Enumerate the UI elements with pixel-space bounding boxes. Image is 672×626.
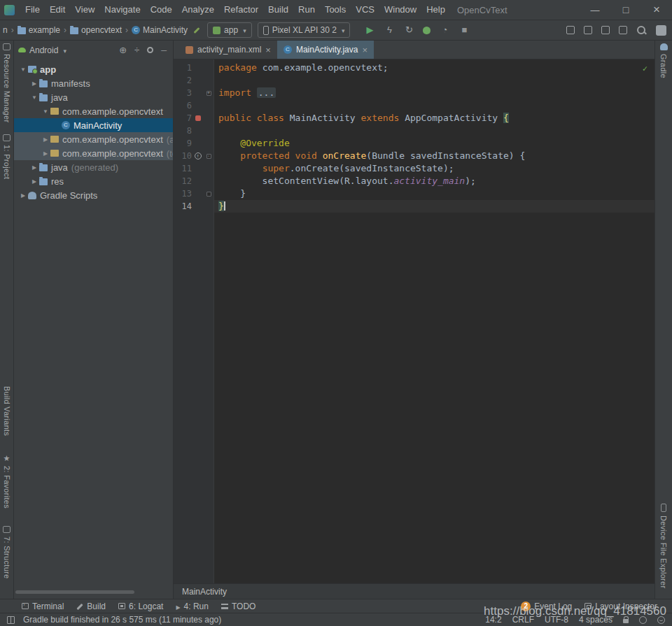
maximize-button[interactable] (610, 0, 641, 20)
stripe-favorites[interactable]: 2: Favorites (0, 455, 13, 508)
menu-tools[interactable]: Tools (320, 0, 351, 20)
apply-code-changes-icon[interactable] (403, 24, 414, 36)
toolwindow-button-todo[interactable]: TODO (215, 599, 262, 613)
gutter-cell[interactable]: 14 (174, 200, 214, 213)
menu-vcs[interactable]: VCS (351, 0, 379, 20)
chevron-down-icon[interactable] (62, 45, 66, 55)
run-button[interactable] (364, 24, 375, 36)
readonly-lock-icon[interactable] (623, 619, 629, 623)
module-selector[interactable]: app (207, 22, 252, 38)
breadcrumb-item-n[interactable]: n (1, 24, 9, 36)
tree-item-java-generated[interactable]: java(generated) (14, 160, 173, 174)
editor-breadcrumb[interactable]: MainActivity (182, 587, 227, 597)
code-line-1[interactable]: 1package com.example.opencvtext; (174, 62, 654, 74)
gutter-cell[interactable]: 3 (174, 87, 214, 99)
code-editor[interactable]: 1package com.example.opencvtext;23import… (174, 59, 654, 583)
menu-window[interactable]: Window (379, 0, 421, 20)
tree-item-com-example-opencvtext-2[interactable]: com.example.opencvtext (14, 104, 173, 118)
search-everywhere-icon[interactable] (636, 25, 647, 36)
menu-refactor[interactable]: Refactor (219, 0, 263, 20)
toolwindow-switcher-icon[interactable] (7, 616, 15, 624)
code-line-3[interactable]: 3import ... (174, 87, 654, 99)
code-line-2[interactable]: 2 (174, 74, 654, 87)
toolwindow-button-6-logcat[interactable]: 6: Logcat (112, 599, 169, 613)
inspections-ok-icon[interactable] (643, 62, 648, 75)
fold-marker-minus-icon[interactable] (204, 154, 214, 159)
stop-button[interactable] (458, 24, 470, 36)
breadcrumb-item-opencvtext[interactable]: opencvtext (69, 24, 123, 36)
gutter-cell[interactable]: 9 (174, 137, 214, 150)
tree-down-arrow-icon[interactable] (41, 108, 50, 115)
fold-marker-end-icon[interactable] (204, 192, 214, 197)
menu-build[interactable]: Build (263, 0, 293, 20)
toolwindow-button-build[interactable]: Build (70, 599, 112, 613)
tree-right-arrow-icon[interactable] (29, 80, 39, 87)
code-line-7[interactable]: 7public class MainActivity extends AppCo… (174, 112, 654, 125)
gutter-cell[interactable]: 13 (174, 187, 214, 200)
menu-view[interactable]: View (70, 0, 99, 20)
menu-edit[interactable]: Edit (45, 0, 70, 20)
run-config-wrench-icon[interactable] (194, 27, 200, 33)
gutter-cell[interactable]: 12 (174, 175, 214, 187)
tree-down-arrow-icon[interactable] (18, 66, 28, 73)
menu-analyze[interactable]: Analyze (177, 0, 219, 20)
close-tab-icon[interactable] (265, 45, 271, 55)
stripe-build-variants[interactable]: Build Variants (0, 386, 13, 436)
gutter-cell[interactable]: 8 (174, 125, 214, 137)
gutter-cell[interactable]: 7 (174, 112, 214, 125)
toolwindow-button-4-run[interactable]: 4: Run (169, 599, 215, 613)
gutter-cell[interactable]: 11 (174, 162, 214, 175)
settings-gear-icon[interactable] (147, 47, 153, 53)
tree-item-mainactivity-3[interactable]: MainActivity (14, 118, 173, 132)
sync-project-icon[interactable] (566, 26, 575, 34)
status-message[interactable]: Gradle build finished in 26 s 575 ms (11… (23, 615, 221, 625)
apply-changes-icon[interactable] (384, 24, 395, 36)
code-line-9[interactable]: 9 @Override (174, 137, 654, 150)
profile-avatar[interactable] (656, 25, 666, 36)
tree-item-java-1[interactable]: java (14, 90, 173, 104)
menu-navigate[interactable]: Navigate (99, 0, 145, 20)
code-line-12[interactable]: 12 setContentView(R.layout.activity_main… (174, 175, 654, 187)
tree-right-arrow-icon[interactable] (41, 150, 50, 157)
horizontal-scrollbar[interactable] (15, 590, 134, 594)
stripe-gradle[interactable]: Gradle (655, 43, 672, 78)
close-button[interactable] (641, 0, 672, 20)
menu-file[interactable]: File (20, 0, 45, 20)
profiler-button[interactable] (439, 24, 450, 36)
stripe-resource-manager[interactable]: Resource Manager (0, 43, 13, 122)
stripe-structure[interactable]: 7: Structure (0, 526, 13, 578)
collapse-all-icon[interactable] (132, 45, 141, 55)
avd-manager-icon[interactable] (619, 26, 627, 34)
tree-right-arrow-icon[interactable] (29, 178, 39, 185)
minimize-button[interactable] (580, 0, 610, 20)
code-line-10[interactable]: 10 protected void onCreate(Bundle savedI… (174, 150, 654, 162)
code-line-6[interactable]: 6 (174, 99, 654, 112)
fold-marker-plus-icon[interactable] (204, 91, 214, 96)
tree-item-manifests-1[interactable]: manifests (14, 76, 173, 90)
locate-file-icon[interactable] (117, 45, 129, 55)
tree-item-gradle-scripts-0[interactable]: Gradle Scripts (14, 188, 173, 202)
hide-panel-icon[interactable] (159, 45, 169, 55)
toolwindow-button-terminal[interactable]: Terminal (15, 599, 70, 613)
menu-help[interactable]: Help (421, 0, 450, 20)
tree-right-arrow-icon[interactable] (29, 164, 39, 171)
gutter-cell[interactable]: 6 (174, 99, 214, 112)
gutter-cell[interactable]: 1 (174, 62, 214, 74)
breadcrumb-item-example[interactable]: example (16, 24, 62, 36)
tree-item-app-0[interactable]: app (14, 62, 173, 76)
code-line-11[interactable]: 11 super.onCreate(savedInstanceState); (174, 162, 654, 175)
gutter-cell[interactable]: 10 (174, 150, 214, 162)
code-line-14[interactable]: 14} (174, 200, 654, 213)
code-line-13[interactable]: 13 } (174, 187, 654, 200)
tab-mainactivity-java[interactable]: MainActivity.java (277, 41, 374, 59)
sdk-manager-icon[interactable] (601, 26, 610, 34)
stripe-device-file-explorer[interactable]: Device File Explorer (655, 504, 672, 588)
stripe-project[interactable]: 1: Project (0, 134, 13, 179)
breadcrumb-item-mainactivity[interactable]: MainActivity (130, 24, 189, 36)
menu-run[interactable]: Run (293, 0, 320, 20)
tree-item-com-example-opencvtext-test[interactable]: com.example.opencvtext(test) (14, 146, 173, 160)
device-selector[interactable]: Pixel XL API 30 2 (258, 22, 351, 38)
tab-activity-main-xml[interactable]: activity_main.xml (179, 41, 277, 59)
close-tab-icon[interactable] (362, 45, 368, 55)
device-manager-icon[interactable] (584, 26, 592, 34)
